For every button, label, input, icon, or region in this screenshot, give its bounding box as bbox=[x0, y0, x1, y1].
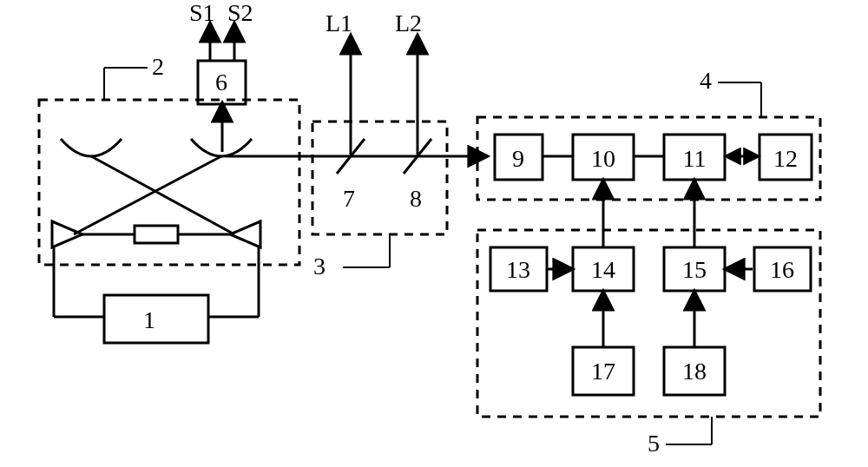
block-18: 18 bbox=[664, 347, 725, 395]
region-4-label: 4 bbox=[700, 67, 712, 94]
block-9: 9 bbox=[495, 135, 542, 180]
output-l2-label: L2 bbox=[395, 10, 422, 36]
block-6: 6 S1 S2 bbox=[189, 0, 253, 152]
block-10-label: 10 bbox=[591, 145, 615, 172]
block-14: 14 bbox=[573, 247, 634, 291]
block-17: 17 bbox=[573, 347, 634, 395]
block-12-label: 12 bbox=[773, 145, 798, 172]
svg-rect-8 bbox=[312, 122, 447, 234]
block-9-label: 9 bbox=[512, 145, 524, 172]
splitter-7-label: 7 bbox=[343, 185, 355, 212]
flat-mirror-left bbox=[52, 221, 82, 247]
region-2-label: 2 bbox=[152, 53, 164, 80]
block-16: 16 bbox=[754, 247, 811, 291]
block-1: 1 bbox=[104, 295, 208, 343]
block-17-label: 17 bbox=[591, 358, 615, 385]
block-16-label: 16 bbox=[770, 256, 794, 283]
beam-x1 bbox=[91, 156, 234, 234]
block-6-label: 6 bbox=[215, 69, 227, 95]
svg-rect-5 bbox=[104, 295, 208, 343]
block-15-label: 15 bbox=[682, 256, 707, 283]
block-13: 13 bbox=[490, 247, 547, 291]
beam-x2 bbox=[74, 156, 221, 234]
region-5-label: 5 bbox=[648, 430, 660, 457]
region-3-label: 3 bbox=[313, 253, 326, 280]
svg-rect-11 bbox=[477, 117, 820, 200]
block-12: 12 bbox=[760, 135, 812, 180]
block-11-label: 11 bbox=[683, 145, 707, 172]
block-11: 11 bbox=[664, 135, 725, 180]
diagram-svg: 2 1 6 S1 S2 bbox=[0, 0, 868, 467]
block-14-label: 14 bbox=[591, 256, 615, 283]
block-13-label: 13 bbox=[506, 256, 530, 283]
gain-element bbox=[135, 226, 178, 243]
svg-marker-3 bbox=[52, 221, 82, 247]
block-18-label: 18 bbox=[682, 358, 707, 385]
block-15: 15 bbox=[664, 247, 725, 291]
splitter-8-label: 8 bbox=[410, 185, 422, 212]
block-10: 10 bbox=[573, 135, 634, 180]
output-l1-label: L1 bbox=[326, 10, 352, 36]
mirror-top-left bbox=[61, 139, 122, 156]
output-s2-label: S2 bbox=[227, 0, 253, 26]
output-s1-label: S1 bbox=[189, 0, 215, 26]
block-1-label: 1 bbox=[143, 306, 155, 333]
flat-mirror-right bbox=[230, 221, 260, 247]
svg-marker-4 bbox=[230, 221, 260, 247]
